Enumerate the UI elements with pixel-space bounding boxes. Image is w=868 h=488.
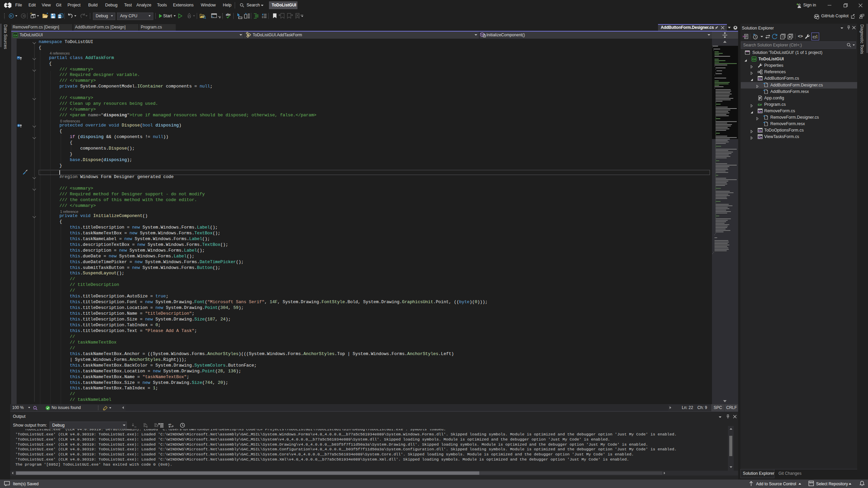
svg-text:C#: C# (752, 58, 756, 61)
svg-text:C#: C# (14, 34, 17, 37)
svg-text:ab: ab (168, 423, 171, 426)
svg-text:C#: C# (758, 103, 762, 106)
svg-text:abc: abc (226, 13, 231, 16)
